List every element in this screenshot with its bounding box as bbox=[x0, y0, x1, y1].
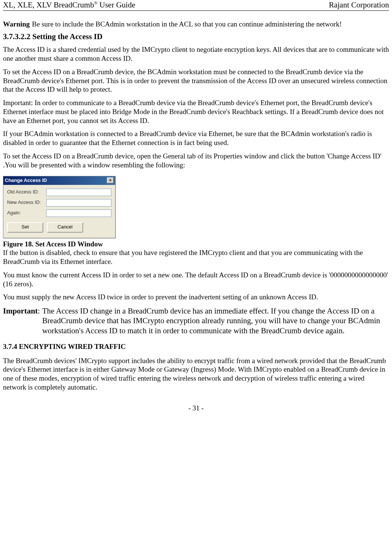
new-access-id-input[interactable] bbox=[46, 199, 111, 207]
dialog-button-row: Set Cancel bbox=[7, 220, 111, 236]
old-access-id-label: Old Access ID: bbox=[7, 189, 46, 195]
set-button[interactable]: Set bbox=[7, 222, 43, 233]
header-rule bbox=[3, 10, 389, 11]
dialog-body: Old Access ID: New Access ID: Again: Set… bbox=[3, 185, 115, 238]
important-label-wrap: Important: bbox=[3, 306, 40, 335]
again-label: Again: bbox=[7, 210, 46, 216]
figure-caption: Figure 18. Set Access ID Window bbox=[3, 240, 389, 249]
trademark-sup: ® bbox=[94, 0, 97, 6]
dialog-row-again: Again: bbox=[7, 210, 111, 217]
body-paragraph: The BreadCrumb devices' IMCrypto support… bbox=[3, 356, 389, 392]
important-block: Important: The Access ID change in a Bre… bbox=[3, 306, 389, 335]
body-paragraph: Important: In order to communicate to a … bbox=[3, 98, 389, 125]
again-input[interactable] bbox=[46, 210, 111, 217]
new-access-id-label: New Access ID: bbox=[7, 199, 46, 205]
warning-label: Warning bbox=[3, 20, 32, 29]
header-left: XL, XLE, XLV BreadCrumb® User Guide bbox=[3, 0, 135, 10]
dialog-title: Change Access ID bbox=[5, 177, 47, 183]
header-left-post: User Guide bbox=[98, 0, 135, 9]
header-left-pre: XL, XLE, XLV BreadCrumb bbox=[3, 0, 94, 9]
change-access-id-dialog: Change Access ID × Old Access ID: New Ac… bbox=[3, 176, 116, 238]
body-paragraph: You must know the current Access ID in o… bbox=[3, 271, 389, 289]
body-paragraph: You must supply the new Access ID twice … bbox=[3, 293, 389, 302]
warning-text: Be sure to include the BCAdmin workstati… bbox=[32, 20, 342, 29]
cancel-button[interactable]: Cancel bbox=[47, 222, 83, 233]
body-paragraph: The Access ID is a shared credential use… bbox=[3, 45, 389, 63]
dialog-titlebar: Change Access ID × bbox=[3, 176, 115, 185]
section-heading-access-id: 3.7.3.2.2 Setting the Access ID bbox=[3, 32, 389, 41]
body-paragraph: To set the Access ID on a BreadCrumb dev… bbox=[3, 67, 389, 94]
dialog-row-old: Old Access ID: bbox=[7, 189, 111, 196]
dialog-row-new: New Access ID: bbox=[7, 199, 111, 207]
body-paragraph: If your BCAdmin workstation is connected… bbox=[3, 129, 389, 147]
section-heading-encrypting: 3.7.4 ENCRYPTING WIRED TRAFFIC bbox=[3, 342, 389, 351]
close-button[interactable]: × bbox=[107, 177, 114, 183]
body-paragraph: To set the Access ID on a BreadCrumb dev… bbox=[3, 152, 389, 170]
warning-block: Warning Be sure to include the BCAdmin w… bbox=[3, 20, 389, 29]
page-number: - 31 - bbox=[3, 404, 389, 413]
important-label: Important bbox=[3, 306, 38, 315]
body-paragraph: If the button is disabled, check to ensu… bbox=[3, 248, 389, 266]
page-header: XL, XLE, XLV BreadCrumb® User Guide Raja… bbox=[3, 0, 389, 10]
old-access-id-input[interactable] bbox=[46, 189, 111, 196]
important-text: The Access ID change in a BreadCrumb dev… bbox=[40, 306, 389, 335]
header-right: Rajant Corporation bbox=[329, 0, 389, 10]
